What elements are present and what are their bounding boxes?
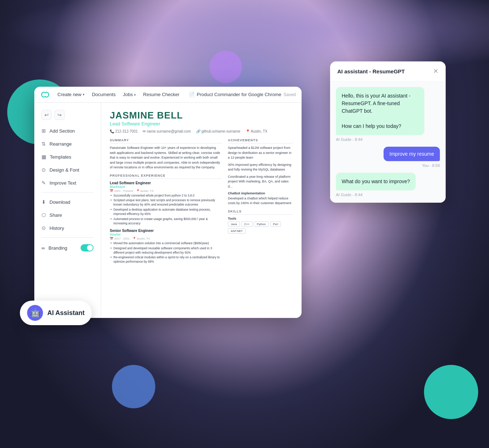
bullet: Re-engineered critical modules within a … [110, 255, 222, 264]
job-1-bullets: Successfully converted whole project fro… [110, 194, 222, 226]
job-2-period: 📅 2017 - 2021 [110, 237, 130, 240]
doc-icon: 📄 [189, 92, 195, 97]
improve-text-icon: ✎ [42, 180, 46, 186]
achievement-4-text: Developed a chatbot which helped reduce … [228, 196, 293, 206]
nav-documents[interactable]: Documents [92, 92, 116, 97]
sidebar-item-design-font[interactable]: ⊙ Design & Font [34, 163, 101, 176]
chat-window: AI assistant - ResumeGPT ✕ Hello, this i… [330, 61, 446, 203]
resume-github: 🔗 github.io/name-surname [196, 129, 241, 133]
resume-window: Create new ▾ Documents Jobs ▾ Resume Che… [34, 87, 302, 318]
sidebar-divider [42, 192, 94, 193]
sidebar-item-add-section[interactable]: ⊞ Add Section [34, 124, 101, 137]
undo-button[interactable]: ↩ [42, 110, 52, 120]
skill-aspnet: ASP.NET [228, 228, 246, 234]
sidebar-item-improve-text[interactable]: ✎ Improve Text [34, 176, 101, 189]
templates-icon: ▦ [42, 154, 46, 160]
skill-tags: Java C++ Python Perl ASP.NET [228, 221, 293, 234]
chat-meta-user-1: You - 8:58 [422, 163, 440, 168]
skill-perl: Perl [270, 221, 281, 227]
decorative-circle-teal-right [424, 365, 478, 419]
bullet: Successfully converted whole project fro… [110, 194, 222, 198]
bullet: Moved the automation solution into a com… [110, 241, 222, 246]
content-area: ↩ ↪ ⊞ Add Section ⇅ Rearrange ▦ Template… [34, 103, 302, 318]
bullet: Automated process to create usage graphs… [110, 217, 222, 226]
job-1-location: 📍 Austin, TX [136, 189, 154, 193]
sidebar-item-share[interactable]: ⬡ Share [34, 208, 101, 221]
sidebar: ↩ ↪ ⊞ Add Section ⇅ Rearrange ▦ Template… [34, 103, 101, 318]
achievement-2: 30% improved query efficiency by designi… [228, 163, 293, 172]
job-1-company: Blackbaud [110, 185, 222, 189]
job-2-company: Wayfair [110, 233, 222, 236]
skill-cpp: C++ [241, 221, 252, 227]
nav-resume-checker[interactable]: Resume Checker [143, 92, 179, 97]
achievement-3: Coordinated a year-long release of platf… [228, 175, 293, 189]
achievement-1: Spearheaded a $12M software project from… [228, 146, 293, 160]
bullet: Designed and developed reusable software… [110, 246, 222, 255]
nav-create-new-button[interactable]: Create new ▾ [57, 92, 85, 97]
job-2-bullets: Moved the automation solution into a com… [110, 241, 222, 264]
ai-assistant-icon: 🤖 [27, 305, 43, 321]
skills-section-title: SKILLS [228, 210, 293, 215]
resume-email: ✉ name.surname@gmail.com [143, 129, 191, 133]
chat-meta-ai-2: AI Guide - 8:44 [336, 193, 363, 197]
chat-message-user-1: Improve my resume [384, 147, 440, 161]
resume-contact: 📞 212-312-7001 ✉ name.surname@gmail.com … [110, 129, 293, 133]
chat-message-ai-2: What do you want to improve? [336, 173, 416, 190]
resume-phone: 📞 212-312-7001 [110, 129, 138, 133]
skill-python: Python [254, 221, 269, 227]
redo-button[interactable]: ↪ [55, 110, 65, 120]
sidebar-item-templates[interactable]: ▦ Templates [34, 150, 101, 163]
undo-redo-buttons: ↩ ↪ [34, 107, 101, 124]
ai-assistant-badge[interactable]: 🤖 AI Assistant [20, 301, 92, 325]
resume-left-column: SUMMARY Passionate Software Engineer wit… [110, 138, 222, 265]
job-2: Senior Software Engineer Wayfair 📅 2017 … [110, 229, 222, 264]
sidebar-divider-2 [42, 237, 94, 238]
bullet: Scripted unique test plans, test scripts… [110, 198, 222, 207]
add-section-icon: ⊞ [42, 128, 46, 134]
skill-java: Java [228, 221, 240, 227]
job-2-title: Senior Software Engineer [110, 229, 222, 233]
nav-doc-title: 📄 Product Commander for Google Chrome Sa… [189, 92, 296, 97]
chevron-down-icon: ▾ [83, 92, 85, 96]
job-2-meta: 📅 2017 - 2021 📍 Austin, TX [110, 237, 222, 240]
job-1-meta: 📅 2021 - Present 📍 Austin, TX [110, 189, 222, 193]
sidebar-item-download[interactable]: ⬇ Download [34, 195, 101, 208]
resume-columns: SUMMARY Passionate Software Engineer wit… [110, 138, 293, 265]
chat-header: AI assistant - ResumeGPT ✕ [330, 61, 446, 81]
resume-title: Lead Software Engineer [110, 121, 293, 126]
nav-jobs[interactable]: Jobs ▾ [123, 92, 136, 97]
history-icon: ⊙ [42, 225, 46, 231]
job-1: Lead Software Engineer Blackbaud 📅 2021 … [110, 181, 222, 226]
chat-messages: Hello, this is your AI assistant - Resum… [330, 81, 446, 203]
chat-message-ai-1: Hello, this is your AI assistant - Resum… [336, 87, 424, 135]
skill-tools-label: Tools [228, 217, 293, 220]
bullet: Developed a desktop application to autom… [110, 208, 222, 216]
branding-icon: ∞ [42, 245, 45, 251]
chevron-down-icon: ▾ [134, 93, 136, 97]
achievement-4-title: Chatbot implementation [228, 191, 293, 196]
branding-label: ∞ Branding [42, 245, 67, 251]
sidebar-item-history[interactable]: ⊙ History [34, 221, 101, 234]
chat-meta-ai-1: AI Guide - 8:44 [336, 137, 363, 142]
resume-right-column: ACHIEVEMENTS Spearheaded a $12M software… [228, 138, 293, 265]
resume-name: JASMINE BELL [110, 110, 293, 121]
nav-saved-label: Saved [284, 92, 296, 97]
rearrange-icon: ⇅ [42, 141, 46, 147]
download-icon: ⬇ [42, 199, 46, 205]
share-icon: ⬡ [42, 212, 46, 218]
job-1-period: 📅 2021 - Present [110, 189, 133, 193]
experience-section-title: PROFESSIONAL EXPERIENCE [110, 174, 222, 179]
summary-text: Passionate Software Engineer with 10+ ye… [110, 146, 222, 170]
chat-close-button[interactable]: ✕ [433, 67, 438, 75]
branding-row: ∞ Branding [34, 241, 101, 255]
resume-content: JASMINE BELL Lead Software Engineer 📞 21… [101, 103, 302, 318]
branding-toggle[interactable] [81, 244, 94, 251]
nav-logo[interactable] [40, 91, 50, 98]
decorative-circle-blue-bottom [112, 365, 155, 408]
nav-bar: Create new ▾ Documents Jobs ▾ Resume Che… [34, 87, 302, 103]
sidebar-item-rearrange[interactable]: ⇅ Rearrange [34, 137, 101, 150]
job-1-title: Lead Software Engineer [110, 181, 222, 185]
summary-section-title: SUMMARY [110, 138, 222, 143]
chat-title: AI assistant - ResumeGPT [337, 68, 405, 74]
resume-location: 📍 Austin, TX [246, 129, 268, 133]
